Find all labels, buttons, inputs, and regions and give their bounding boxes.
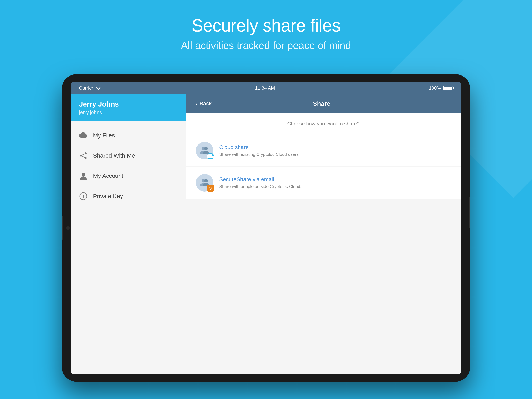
my-account-label: My Account [93,173,123,179]
cloud-share-title: Cloud share [219,144,300,150]
share-content: Choose how you want to share? [186,113,461,374]
back-chevron-icon: ‹ [196,101,198,107]
navigation-bar: ‹ Back Share [186,94,461,113]
page-header: Securely share files All activities trac… [0,16,532,51]
tablet-frame: Carrier 11:34 AM 100% [62,74,470,382]
sidebar-email: jerry.johns [79,109,178,116]
svg-line-3 [81,153,86,156]
tablet-screen: Carrier 11:34 AM 100% [71,82,461,374]
battery-icon [443,86,453,90]
sidebar-item-my-files[interactable]: My Files [71,125,186,146]
tablet-side-button [62,216,63,240]
time-display: 11:34 AM [255,85,275,91]
tablet-power-button [469,197,470,228]
cloud-icon [79,131,88,140]
sidebar-header: Jerry Johns jerry.johns [71,94,186,121]
status-left: Carrier [79,85,101,91]
status-right: 100% [429,85,453,91]
sidebar: Jerry Johns jerry.johns My Files [71,94,186,374]
battery-percent: 100% [429,85,441,91]
nav-bar-title: Share [214,100,430,107]
my-files-label: My Files [93,132,115,139]
svg-point-11 [204,179,208,182]
sidebar-item-private-key[interactable]: i Private Key [71,186,186,206]
person-icon [79,172,88,180]
wifi-icon [96,85,101,91]
back-label: Back [200,101,212,107]
sidebar-item-my-account[interactable]: My Account [71,166,186,186]
tablet-camera [66,226,70,230]
secureshare-title: SecureShare via email [219,176,301,183]
sidebar-nav: My Files Shar [71,121,186,374]
info-icon: i [79,192,88,200]
secureshare-option[interactable]: S SecureShare via email Share with peopl… [186,167,461,199]
status-bar: Carrier 11:34 AM 100% [71,82,461,94]
main-panel: ‹ Back Share Choose how you want to shar… [186,94,461,374]
secureshare-icon: S [196,174,213,192]
svg-point-9 [204,147,208,150]
cloud-share-desc: Share with existing Cryptoloc Cloud user… [219,152,300,157]
svg-point-5 [82,173,85,176]
cloud-share-text: Cloud share Share with existing Cryptolo… [219,144,300,157]
page-title: Securely share files [0,16,532,36]
private-key-label: Private Key [93,193,123,200]
share-icon [79,151,88,160]
cloud-share-option[interactable]: Cloud share Share with existing Cryptolo… [186,135,461,166]
page-subtitle: All activities tracked for peace of mind [0,39,532,51]
sidebar-item-shared-with-me[interactable]: Shared With Me [71,146,186,166]
back-button[interactable]: ‹ Back [194,99,214,109]
svg-text:i: i [83,194,84,199]
cloud-share-icon [196,142,213,159]
share-prompt: Choose how you want to share? [186,113,461,135]
svg-line-4 [81,156,86,158]
shared-with-me-label: Shared With Me [93,152,135,159]
sidebar-username: Jerry Johns [79,100,178,108]
secureshare-text: SecureShare via email Share with people … [219,176,301,189]
app-content: Jerry Johns jerry.johns My Files [71,94,461,374]
secureshare-desc: Share with people outside Cryptoloc Clou… [219,184,301,189]
carrier-label: Carrier [79,85,93,91]
